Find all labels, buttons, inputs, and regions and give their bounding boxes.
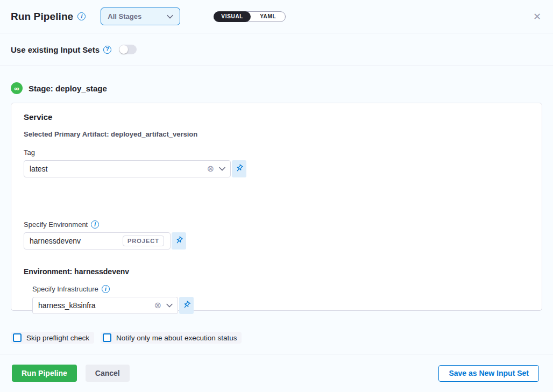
stage-selector-value: All Stages xyxy=(108,12,141,20)
environment-field-label: Specify Environment i xyxy=(24,220,529,229)
save-as-new-input-set-button[interactable]: Save as New Input Set xyxy=(438,365,539,382)
skip-preflight-option: Skip preflight check xyxy=(11,332,94,344)
scope-badge: PROJECT xyxy=(123,236,164,246)
infrastructure-field-label-text: Specify Infrastructure xyxy=(32,285,98,293)
dialog-header: Run Pipeline i All Stages VISUAL YAML ✕ xyxy=(0,0,553,33)
pin-icon xyxy=(175,236,183,246)
selected-primary-artifact: Selected Primary Artifact: deployed_arti… xyxy=(24,130,529,138)
dialog-footer: Run Pipeline Cancel Save as New Input Se… xyxy=(0,354,553,392)
toggle-knob xyxy=(119,45,128,54)
environment-pin-button[interactable] xyxy=(172,232,186,250)
tag-field-label: Tag xyxy=(24,148,529,156)
infrastructure-block: Specify Infrastructure i ⊗ xyxy=(32,285,529,314)
environment-input-box: PROJECT xyxy=(24,232,171,250)
visual-yaml-toggle: VISUAL YAML xyxy=(214,11,286,22)
stage-selector-dropdown[interactable]: All Stages xyxy=(101,8,180,25)
service-card: Service Selected Primary Artifact: deplo… xyxy=(11,103,542,311)
tab-visual[interactable]: VISUAL xyxy=(214,11,251,22)
environment-input-row: PROJECT xyxy=(24,232,529,250)
info-icon[interactable]: i xyxy=(77,12,86,20)
tag-input-box: ⊗ xyxy=(24,160,231,177)
service-card-title: Service xyxy=(24,112,529,122)
clear-icon[interactable]: ⊗ xyxy=(207,165,214,173)
skip-preflight-checkbox[interactable] xyxy=(13,333,22,342)
info-icon[interactable]: i xyxy=(91,220,99,229)
stage-row: ∞ Stage: deploy_stage xyxy=(0,66,553,94)
help-icon[interactable]: ? xyxy=(103,46,111,54)
tab-yaml[interactable]: YAML xyxy=(251,13,285,19)
stage-label: Stage: deploy_stage xyxy=(29,84,107,93)
notify-me-label: Notify only me about execution status xyxy=(116,334,237,342)
notify-me-option: Notify only me about execution status xyxy=(101,332,242,344)
tag-input-row: ⊗ xyxy=(24,160,529,177)
environment-input[interactable] xyxy=(30,237,123,245)
close-icon[interactable]: ✕ xyxy=(533,12,541,22)
chevron-down-icon[interactable] xyxy=(219,167,225,171)
skip-preflight-label: Skip preflight check xyxy=(26,334,89,342)
tag-input[interactable] xyxy=(30,165,207,173)
execution-options: Skip preflight check Notify only me abou… xyxy=(0,311,553,344)
cancel-button[interactable]: Cancel xyxy=(86,365,130,382)
page-title: Run Pipeline xyxy=(11,11,73,23)
info-icon[interactable]: i xyxy=(102,285,110,293)
pin-icon xyxy=(182,301,191,311)
environment-field-label-text: Specify Environment xyxy=(24,220,88,229)
chevron-down-icon xyxy=(167,15,173,19)
pin-icon xyxy=(235,164,244,174)
use-existing-input-sets-label: Use existing Input Sets xyxy=(11,45,100,54)
run-pipeline-button[interactable]: Run Pipeline xyxy=(12,365,77,382)
environment-heading: Environment: harnessdevenv xyxy=(24,267,529,276)
tag-pin-button[interactable] xyxy=(232,160,246,177)
infrastructure-input-box: ⊗ xyxy=(32,297,178,314)
chevron-down-icon[interactable] xyxy=(166,303,173,308)
use-existing-input-sets-row: Use existing Input Sets ? xyxy=(0,33,553,66)
infrastructure-input[interactable] xyxy=(38,301,154,310)
deploy-stage-icon: ∞ xyxy=(11,82,23,94)
use-existing-input-sets-toggle[interactable] xyxy=(119,45,137,54)
infrastructure-field-label: Specify Infrastructure i xyxy=(32,285,529,293)
infrastructure-pin-button[interactable] xyxy=(179,297,194,314)
notify-me-checkbox[interactable] xyxy=(103,333,111,342)
clear-icon[interactable]: ⊗ xyxy=(154,301,161,310)
